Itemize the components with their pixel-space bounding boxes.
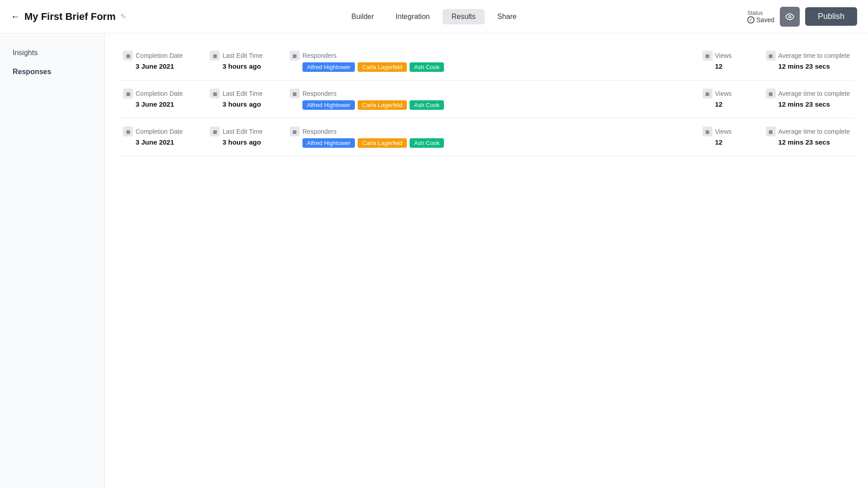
avg-icon: ▦ [766,127,776,136]
completion-date-value: 3 June 2021 [123,138,183,146]
responder-tag: Alfred Hightower [302,138,355,148]
completion-date-icon: ▦ [123,127,133,136]
last-edit-group: ▦ Last Edit Time 3 hours ago [210,89,263,108]
responder-tag: Ash Cook [410,100,444,110]
saved-check-icon: ✓ [747,16,755,23]
table-row: ▦ Completion Date 3 June 2021 ▦ Last Edi… [118,80,854,118]
responders-group: ▦ Responders Alfred Hightower Carla Lage… [290,127,675,148]
views-group: ▦ Views 12 [703,89,739,108]
last-edit-value: 3 hours ago [210,138,263,146]
views-label: Views [715,52,732,59]
views-icon: ▦ [703,89,712,99]
responder-tag: Ash Cook [410,138,444,148]
table-row: ▦ Completion Date 3 June 2021 ▦ Last Edi… [118,118,854,156]
responders-label: Responders [302,52,337,59]
completion-date-icon: ▦ [123,89,133,99]
main-layout: Insights Responses ▦ Completion Date 3 J… [0,33,868,488]
responder-tag: Carla Lagerfeld [358,100,407,110]
responders-icon: ▦ [290,51,300,61]
responder-tag: Ash Cook [410,62,444,72]
views-value: 12 [703,62,739,70]
responder-tags: Alfred Hightower Carla Lagerfeld Ash Coo… [290,138,675,148]
views-value: 12 [703,138,739,146]
edit-icon[interactable]: ✎ [120,12,126,21]
svg-point-0 [788,15,791,18]
completion-date-group: ▦ Completion Date 3 June 2021 [123,89,183,108]
responder-tags: Alfred Hightower Carla Lagerfeld Ash Coo… [290,62,675,72]
responders-icon: ▦ [290,89,300,99]
responder-tag: Alfred Hightower [302,100,355,110]
sidebar: Insights Responses [0,33,105,488]
table-row: ▦ Completion Date 3 June 2021 ▦ Last Edi… [118,42,854,80]
form-title: My First Brief Form [24,11,116,23]
header-nav: Builder Integration Results Share [342,9,525,24]
avg-icon: ▦ [766,51,776,61]
avg-value: 12 mins 23 secs [766,62,850,70]
avg-group: ▦ Average time to complete 12 mins 23 se… [766,89,850,108]
responders-group: ▦ Responders Alfred Hightower Carla Lage… [290,51,675,72]
last-edit-value: 3 hours ago [210,62,263,70]
last-edit-icon: ▦ [210,51,220,61]
avg-value: 12 mins 23 secs [766,138,850,146]
tab-results[interactable]: Results [443,9,485,24]
last-edit-label: Last Edit Time [222,90,263,97]
views-group: ▦ Views 12 [703,51,739,70]
views-icon: ▦ [703,51,712,61]
completion-date-icon: ▦ [123,51,133,61]
avg-label: Average time to complete [778,90,850,97]
last-edit-icon: ▦ [210,89,220,99]
avg-label: Average time to complete [778,52,850,59]
avg-group: ▦ Average time to complete 12 mins 23 se… [766,51,850,70]
responses-content: ▦ Completion Date 3 June 2021 ▦ Last Edi… [105,33,868,488]
sidebar-item-insights[interactable]: Insights [7,44,97,61]
avg-icon: ▦ [766,89,776,99]
completion-date-label: Completion Date [136,90,183,97]
views-icon: ▦ [703,127,712,136]
responder-tag: Alfred Hightower [302,62,355,72]
last-edit-label: Last Edit Time [222,52,263,59]
status-area: Status ✓ Saved [747,10,774,23]
last-edit-icon: ▦ [210,127,220,136]
views-value: 12 [703,100,739,108]
last-edit-label: Last Edit Time [222,128,263,135]
responder-tag: Carla Lagerfeld [358,138,407,148]
header-left: ← My First Brief Form ✎ [11,11,342,23]
responder-tags: Alfred Hightower Carla Lagerfeld Ash Coo… [290,100,675,110]
responders-icon: ▦ [290,127,300,136]
responders-group: ▦ Responders Alfred Hightower Carla Lage… [290,89,675,110]
tab-share[interactable]: Share [488,9,526,24]
responders-label: Responders [302,90,337,97]
completion-date-value: 3 June 2021 [123,100,183,108]
completion-date-label: Completion Date [136,128,183,135]
status-saved: ✓ Saved [747,16,774,23]
header: ← My First Brief Form ✎ Builder Integrat… [0,0,868,33]
views-label: Views [715,128,732,135]
publish-button[interactable]: Publish [805,7,857,26]
completion-date-label: Completion Date [136,52,183,59]
back-button[interactable]: ← [11,11,20,22]
preview-button[interactable] [780,7,800,27]
last-edit-group: ▦ Last Edit Time 3 hours ago [210,127,263,146]
header-right: Status ✓ Saved Publish [526,7,857,27]
status-label: Status [747,10,763,16]
last-edit-value: 3 hours ago [210,100,263,108]
tab-integration[interactable]: Integration [387,9,439,24]
avg-group: ▦ Average time to complete 12 mins 23 se… [766,127,850,146]
completion-date-group: ▦ Completion Date 3 June 2021 [123,127,183,146]
responders-label: Responders [302,128,337,135]
responder-tag: Carla Lagerfeld [358,62,407,72]
eye-icon [785,12,794,21]
views-group: ▦ Views 12 [703,127,739,146]
views-label: Views [715,90,732,97]
completion-date-value: 3 June 2021 [123,62,183,70]
completion-date-group: ▦ Completion Date 3 June 2021 [123,51,183,70]
avg-label: Average time to complete [778,128,850,135]
tab-builder[interactable]: Builder [342,9,383,24]
sidebar-item-responses[interactable]: Responses [7,63,97,80]
last-edit-group: ▦ Last Edit Time 3 hours ago [210,51,263,70]
avg-value: 12 mins 23 secs [766,100,850,108]
